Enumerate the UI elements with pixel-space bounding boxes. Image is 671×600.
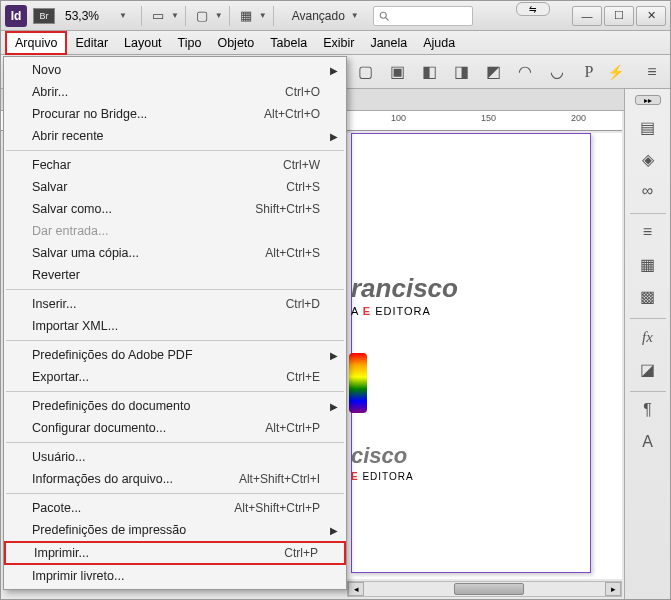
menu-exibir[interactable]: Exibir xyxy=(315,33,362,53)
panel-dock: ▸▸ ▤ ◈ ∞ ≡ ▦ ▩ fx ◪ ¶ A xyxy=(624,89,670,599)
menu-tabela[interactable]: Tabela xyxy=(262,33,315,53)
search-icon xyxy=(378,10,390,22)
menu-separator xyxy=(6,493,344,494)
menu-item-imprimir-livreto[interactable]: Imprimir livreto... xyxy=(4,565,346,587)
menu-ajuda[interactable]: Ajuda xyxy=(415,33,463,53)
submenu-arrow-icon: ▶ xyxy=(330,350,338,361)
window-controls: — ☐ ✕ xyxy=(570,6,666,26)
color-panel-icon[interactable]: ▦ xyxy=(632,250,664,278)
dock-collapse-button[interactable]: ▸▸ xyxy=(635,95,661,105)
screen-mode-cluster[interactable]: ▢ ▼ xyxy=(192,6,223,26)
menu-tipo[interactable]: Tipo xyxy=(170,33,210,53)
menu-bar: Arquivo Editar Layout Tipo Objeto Tabela… xyxy=(1,31,670,55)
menu-item-reverter[interactable]: Reverter xyxy=(4,264,346,286)
wrap-icon[interactable]: ◧ xyxy=(415,60,443,84)
links-panel-icon[interactable]: ∞ xyxy=(632,177,664,205)
maximize-button[interactable]: ☐ xyxy=(604,6,634,26)
menu-layout[interactable]: Layout xyxy=(116,33,170,53)
menu-item-predef-impressao[interactable]: Predefinições de impressão▶ xyxy=(4,519,346,541)
chevron-down-icon[interactable]: ▼ xyxy=(351,11,359,20)
menu-item-imprimir[interactable]: Imprimir...Ctrl+P xyxy=(4,541,346,565)
chevron-down-icon[interactable]: ▼ xyxy=(259,11,267,20)
corner-icon-2[interactable]: ◡ xyxy=(543,60,571,84)
workspace-switcher[interactable]: Avançado ▼ xyxy=(292,9,359,23)
character-styles-panel-icon[interactable]: A xyxy=(632,428,664,456)
menu-item-exportar[interactable]: Exportar...Ctrl+E xyxy=(4,366,346,388)
submenu-arrow-icon: ▶ xyxy=(330,131,338,142)
frame-fit-icon[interactable]: ▢ xyxy=(351,60,379,84)
menu-objeto[interactable]: Objeto xyxy=(209,33,262,53)
scroll-right-button[interactable]: ▸ xyxy=(605,582,621,596)
page-frame xyxy=(351,133,591,573)
menu-item-procurar-bridge[interactable]: Procurar no Bridge...Alt+Ctrl+O xyxy=(4,103,346,125)
menu-item-salvar[interactable]: SalvarCtrl+S xyxy=(4,176,346,198)
menu-item-config-doc[interactable]: Configurar documento...Alt+Ctrl+P xyxy=(4,417,346,439)
dock-separator xyxy=(630,318,666,319)
bridge-badge[interactable]: Br xyxy=(33,8,55,24)
menu-separator xyxy=(6,340,344,341)
search-field[interactable] xyxy=(373,6,473,26)
menu-arquivo[interactable]: Arquivo xyxy=(5,31,67,55)
corner-icon[interactable]: ◠ xyxy=(511,60,539,84)
menu-item-importar-xml[interactable]: Importar XML... xyxy=(4,315,346,337)
effects-panel-icon[interactable]: fx xyxy=(632,323,664,351)
menu-item-salvar-como[interactable]: Salvar como...Shift+Ctrl+S xyxy=(4,198,346,220)
minimize-button[interactable]: — xyxy=(572,6,602,26)
quick-apply-icon[interactable]: ⚡ xyxy=(607,64,624,80)
paragraph-styles-panel-icon[interactable]: ¶ xyxy=(632,396,664,424)
paragraph-style-icon[interactable]: P xyxy=(575,60,603,84)
menu-item-info-arquivo[interactable]: Informações do arquivo...Alt+Shift+Ctrl+… xyxy=(4,468,346,490)
brand-text-1: rancisco xyxy=(351,273,458,304)
file-menu-dropdown: Novo▶ Abrir...Ctrl+O Procurar no Bridge.… xyxy=(3,56,347,590)
menu-item-novo[interactable]: Novo▶ xyxy=(4,59,346,81)
collapse-toolbar-button[interactable]: ⇋ xyxy=(516,2,550,16)
submenu-arrow-icon: ▶ xyxy=(330,65,338,76)
scrollbar-thumb[interactable] xyxy=(454,583,524,595)
wrap-icon-2[interactable]: ◨ xyxy=(447,60,475,84)
dock-separator xyxy=(630,391,666,392)
swatches-panel-icon[interactable]: ▩ xyxy=(632,282,664,310)
horizontal-scrollbar[interactable]: ◂ ▸ xyxy=(347,581,622,597)
scroll-left-button[interactable]: ◂ xyxy=(348,582,364,596)
object-styles-panel-icon[interactable]: ◪ xyxy=(632,355,664,383)
separator xyxy=(185,6,186,26)
menu-item-salvar-copia[interactable]: Salvar uma cópia...Alt+Ctrl+S xyxy=(4,242,346,264)
rainbow-graphic xyxy=(349,353,367,413)
chevron-down-icon[interactable]: ▼ xyxy=(119,11,127,20)
stroke-panel-icon[interactable]: ≡ xyxy=(632,218,664,246)
view-options-icon[interactable]: ▭ xyxy=(148,6,168,26)
arrange-docs-cluster[interactable]: ▦ ▼ xyxy=(236,6,267,26)
pages-panel-icon[interactable]: ▤ xyxy=(632,113,664,141)
panel-menu-icon[interactable]: ≡ xyxy=(638,60,666,84)
frame-fit-icon-2[interactable]: ▣ xyxy=(383,60,411,84)
menu-item-pacote[interactable]: Pacote...Alt+Shift+Ctrl+P xyxy=(4,497,346,519)
svg-line-1 xyxy=(385,17,388,20)
menu-item-abrir-recente[interactable]: Abrir recente▶ xyxy=(4,125,346,147)
title-bar: Id Br 53,3% ▼ ▭ ▼ ▢ ▼ ▦ ▼ Avançado ▼ ⇋ —… xyxy=(1,1,670,31)
dock-separator xyxy=(630,213,666,214)
zoom-level-field[interactable]: 53,3% ▼ xyxy=(63,8,127,24)
wrap-icon-3[interactable]: ◩ xyxy=(479,60,507,84)
view-options-cluster[interactable]: ▭ ▼ xyxy=(148,6,179,26)
menu-item-predef-pdf[interactable]: Predefinições do Adobe PDF▶ xyxy=(4,344,346,366)
brand-text-2: cisco xyxy=(351,443,407,469)
menu-item-fechar[interactable]: FecharCtrl+W xyxy=(4,154,346,176)
menu-janela[interactable]: Janela xyxy=(362,33,415,53)
chevron-down-icon[interactable]: ▼ xyxy=(215,11,223,20)
chevron-down-icon[interactable]: ▼ xyxy=(171,11,179,20)
close-button[interactable]: ✕ xyxy=(636,6,666,26)
menu-editar[interactable]: Editar xyxy=(67,33,116,53)
document-canvas[interactable]: rancisco A E EDITORA cisco E EDITORA xyxy=(347,133,622,579)
menu-item-predef-doc[interactable]: Predefinições do documento▶ xyxy=(4,395,346,417)
layers-panel-icon[interactable]: ◈ xyxy=(632,145,664,173)
brand-subtext-1: A E EDITORA xyxy=(351,305,431,317)
menu-item-abrir[interactable]: Abrir...Ctrl+O xyxy=(4,81,346,103)
arrange-documents-icon[interactable]: ▦ xyxy=(236,6,256,26)
ruler-tick-label: 100 xyxy=(391,113,406,123)
workspace-label: Avançado xyxy=(292,9,345,23)
screen-mode-icon[interactable]: ▢ xyxy=(192,6,212,26)
menu-item-inserir[interactable]: Inserir...Ctrl+D xyxy=(4,293,346,315)
app-icon-indesign: Id xyxy=(5,5,27,27)
menu-item-usuario[interactable]: Usuário... xyxy=(4,446,346,468)
brand-subtext-2: E EDITORA xyxy=(351,471,414,482)
